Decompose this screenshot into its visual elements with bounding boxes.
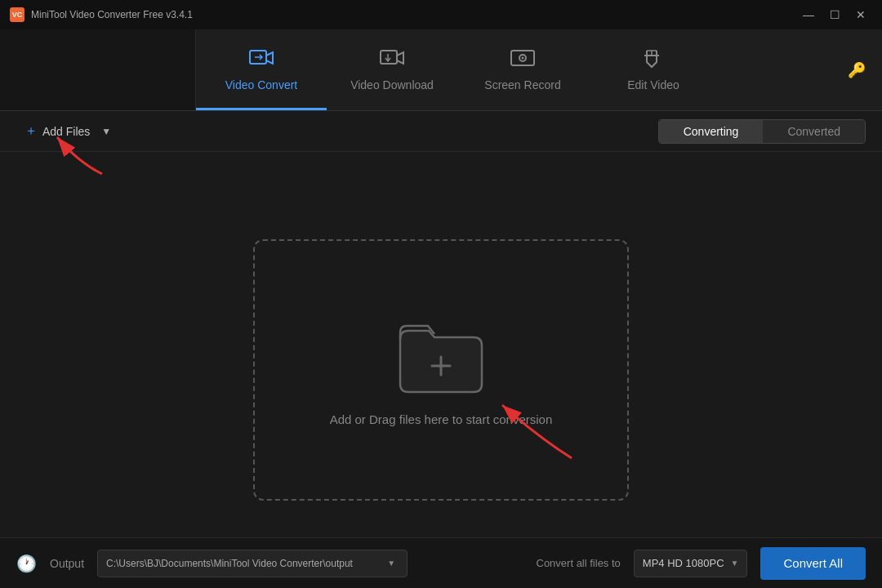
main-area: Add or Drag files here to start conversi…: [0, 152, 882, 588]
edit-video-icon: [640, 46, 666, 72]
add-files-button[interactable]: ＋ Add Files: [16, 118, 98, 145]
format-selector[interactable]: MP4 HD 1080PC ▼: [634, 550, 748, 577]
nav-tab-video-convert-label: Video Convert: [225, 78, 297, 91]
nav-sidebar: [0, 29, 196, 110]
converting-tab[interactable]: Converting: [659, 120, 764, 143]
output-dropdown-button[interactable]: ▼: [384, 559, 399, 568]
output-path-wrapper[interactable]: C:\Users\BJ\Documents\MiniTool Video Con…: [97, 550, 408, 577]
svg-rect-2: [381, 51, 397, 64]
window-controls: — ☐ ✕: [797, 7, 872, 23]
convert-all-button[interactable]: Convert All: [760, 547, 866, 580]
nav-tab-video-convert[interactable]: Video Convert: [196, 29, 327, 110]
nav-tab-video-download-label: Video Download: [350, 78, 434, 91]
nav-tab-edit-video[interactable]: Edit Video: [588, 29, 719, 110]
title-bar: VC MiniTool Video Converter Free v3.4.1 …: [0, 0, 882, 29]
format-text: MP4 HD 1080PC: [643, 557, 724, 569]
close-button[interactable]: ✕: [849, 7, 872, 23]
add-files-dropdown-button[interactable]: ▼: [98, 121, 114, 142]
output-path: C:\Users\BJ\Documents\MiniTool Video Con…: [106, 558, 384, 569]
convert-all-files-label: Convert all files to: [537, 557, 621, 569]
nav-tab-screen-record[interactable]: Screen Record: [457, 29, 588, 110]
svg-point-6: [522, 57, 524, 60]
video-convert-icon: [248, 46, 274, 72]
clock-icon: 🕐: [16, 554, 37, 573]
maximize-button[interactable]: ☐: [823, 7, 846, 23]
converted-tab[interactable]: Converted: [763, 120, 865, 143]
video-download-icon: [379, 46, 405, 72]
title-bar-left: VC MiniTool Video Converter Free v3.4.1: [10, 7, 193, 22]
key-icon[interactable]: 🔑: [848, 61, 866, 79]
nav-bar: Video Convert Video Download Screen Reco…: [0, 29, 882, 111]
bottom-bar: 🕐 Output C:\Users\BJ\Documents\MiniTool …: [0, 537, 882, 588]
folder-add-icon: [392, 314, 490, 396]
sub-tabs: Converting Converted: [658, 119, 866, 144]
app-icon: VC: [10, 7, 24, 22]
sub-bar: ＋ Add Files ▼ Converting Converted: [0, 111, 882, 152]
add-files-label: Add Files: [42, 125, 90, 138]
screen-record-icon: [510, 46, 536, 72]
nav-tabs: Video Convert Video Download Screen Reco…: [196, 29, 882, 110]
nav-tab-screen-record-label: Screen Record: [484, 78, 560, 91]
app-title: MiniTool Video Converter Free v3.4.1: [31, 9, 193, 20]
add-files-plus-icon: ＋: [24, 122, 38, 140]
drop-zone[interactable]: Add or Drag files here to start conversi…: [253, 239, 629, 501]
drop-zone-text: Add or Drag files here to start conversi…: [330, 412, 553, 426]
minimize-button[interactable]: —: [797, 7, 820, 23]
format-dropdown-button[interactable]: ▼: [731, 559, 739, 568]
nav-tab-video-download[interactable]: Video Download: [327, 29, 457, 110]
nav-right-area: 🔑: [848, 29, 882, 110]
nav-tab-edit-video-label: Edit Video: [627, 78, 679, 91]
output-label: Output: [50, 557, 84, 570]
